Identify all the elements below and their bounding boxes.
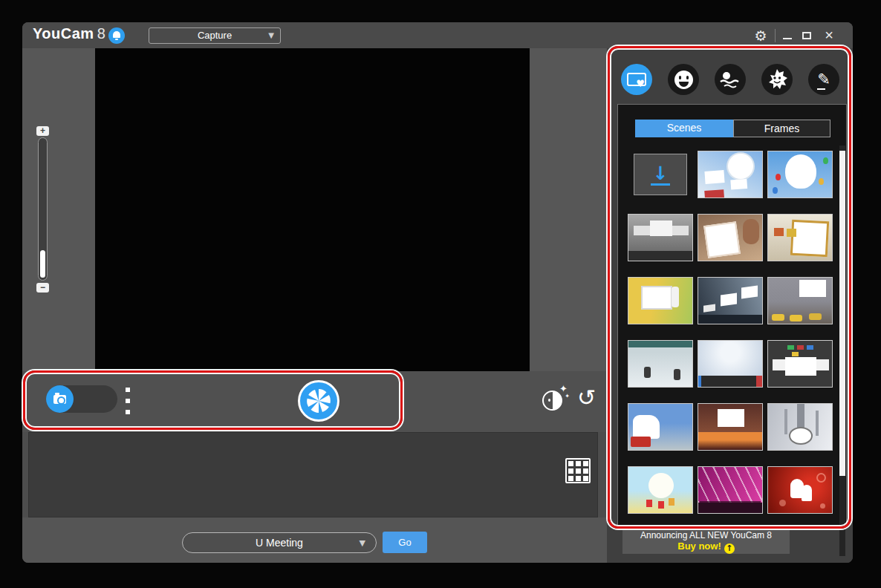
camera-preview xyxy=(95,48,530,371)
scrollbar-thumb[interactable] xyxy=(839,151,845,476)
smiley-icon xyxy=(674,71,693,89)
scene-thumb-cartoon-celebration[interactable] xyxy=(628,466,693,514)
capture-toolbar: ✦ ✦ ↺ xyxy=(22,371,607,432)
scenes-grid: ↓ xyxy=(628,151,839,514)
snapshot-shutter-button[interactable] xyxy=(298,380,339,422)
scenes-scrollbar[interactable] xyxy=(839,146,845,556)
pencil-icon: ✎ xyxy=(817,72,830,88)
scene-thumb-sky-billboards[interactable] xyxy=(698,151,763,198)
camera-icon xyxy=(53,395,66,404)
frame-heart-icon: ♥ xyxy=(627,73,646,86)
category-draw[interactable]: ✎ xyxy=(808,64,839,95)
skin-enhance-icon[interactable]: ✦ ✦ xyxy=(542,391,562,411)
buy-now-arrow-icon: ↑ xyxy=(724,543,735,554)
buy-now-link[interactable]: Buy now!↑ xyxy=(622,540,790,554)
scene-thumb-stadium-screens[interactable] xyxy=(767,340,833,388)
tab-frames[interactable]: Frames xyxy=(733,120,830,137)
category-ar-masks[interactable] xyxy=(761,64,793,95)
media-gallery-strip xyxy=(28,432,598,517)
scene-thumb-nyc-taxi-billboard[interactable] xyxy=(767,277,833,324)
scene-thumb-romantic-red-hearts[interactable] xyxy=(767,466,833,514)
mode-dropdown[interactable]: Capture ▼ xyxy=(149,27,281,44)
category-emotions[interactable] xyxy=(668,64,699,95)
app-name: YouCam xyxy=(33,25,94,42)
connect-app-value: U Meeting xyxy=(256,537,303,549)
scenes-panel-body: Scenes Frames ↓ xyxy=(617,104,847,527)
photo-mode-knob[interactable] xyxy=(46,385,74,413)
chevron-down-icon: ▼ xyxy=(360,534,365,553)
scene-thumb-conference-hall-screen[interactable] xyxy=(698,403,763,451)
chevron-down-icon: ▼ xyxy=(268,28,274,43)
scene-thumb-hand-held-tablet[interactable] xyxy=(698,214,763,261)
scene-thumb-pink-concert-crowd[interactable] xyxy=(698,466,763,514)
scene-thumb-download-more[interactable]: ↓ xyxy=(634,154,687,195)
mode-dropdown-value: Capture xyxy=(198,30,232,41)
maximize-button[interactable] xyxy=(798,27,816,45)
effects-panel: ♥ ✎ xyxy=(607,48,853,563)
connect-app-dropdown[interactable]: U Meeting ▼ xyxy=(182,532,377,553)
photo-video-toggle[interactable] xyxy=(46,385,117,413)
screenshot-root: YouCam8 Capture ▼ ⚙ × + − xyxy=(0,0,881,588)
aperture-icon xyxy=(305,388,332,414)
scene-thumb-hot-air-balloons[interactable] xyxy=(767,151,833,198)
zoom-in-button[interactable]: + xyxy=(36,126,49,136)
tab-scenes[interactable]: Scenes xyxy=(635,120,733,137)
scene-thumb-london-street-billboard[interactable] xyxy=(628,403,693,451)
bell-glyph xyxy=(113,31,120,38)
scene-thumb-bw-museum-entrance[interactable] xyxy=(628,214,693,261)
more-options-menu[interactable] xyxy=(126,388,130,414)
title-bar: YouCam8 Capture ▼ ⚙ × xyxy=(22,22,853,48)
app-title: YouCam8 xyxy=(33,25,105,42)
category-particles[interactable] xyxy=(715,64,746,95)
minimize-button[interactable] xyxy=(778,27,796,45)
bottom-bar: U Meeting ▼ Go xyxy=(22,517,607,563)
zoom-slider-thumb[interactable] xyxy=(40,250,45,278)
scene-thumb-window-cleaners[interactable] xyxy=(628,340,693,388)
zoom-out-button[interactable]: − xyxy=(36,283,49,293)
download-icon: ↓ xyxy=(651,164,671,186)
category-scenes-frames[interactable]: ♥ xyxy=(621,64,652,95)
notification-bell-icon[interactable] xyxy=(108,27,125,44)
video-stage: + − xyxy=(22,48,607,371)
gallery-grid-view-button[interactable] xyxy=(565,458,591,483)
go-button[interactable]: Go xyxy=(383,532,427,553)
youcam-window: YouCam8 Capture ▼ ⚙ × + − xyxy=(22,22,853,563)
reset-rotate-icon[interactable]: ↺ xyxy=(577,385,596,411)
controls-divider xyxy=(775,29,776,42)
sparkle-small-icon: ✦ xyxy=(565,393,570,399)
scene-thumb-tower-led-screen[interactable] xyxy=(767,403,833,451)
splash-icon xyxy=(719,70,741,90)
promo-banner[interactable]: Announcing ALL NEW YouCam 8 Buy now!↑ xyxy=(622,529,790,554)
settings-gear-icon[interactable]: ⚙ xyxy=(752,27,770,45)
star-face-icon xyxy=(766,68,788,91)
app-version: 8 xyxy=(97,25,106,42)
scene-thumb-autumn-park-painter[interactable] xyxy=(628,277,693,324)
scene-thumb-press-microphones[interactable] xyxy=(698,340,763,388)
scene-thumb-art-gallery-frame[interactable] xyxy=(767,214,833,261)
close-button[interactable]: × xyxy=(820,27,838,45)
scene-thumb-station-platform-screens[interactable] xyxy=(698,277,763,324)
promo-text: Announcing ALL NEW YouCam 8 xyxy=(622,530,790,540)
